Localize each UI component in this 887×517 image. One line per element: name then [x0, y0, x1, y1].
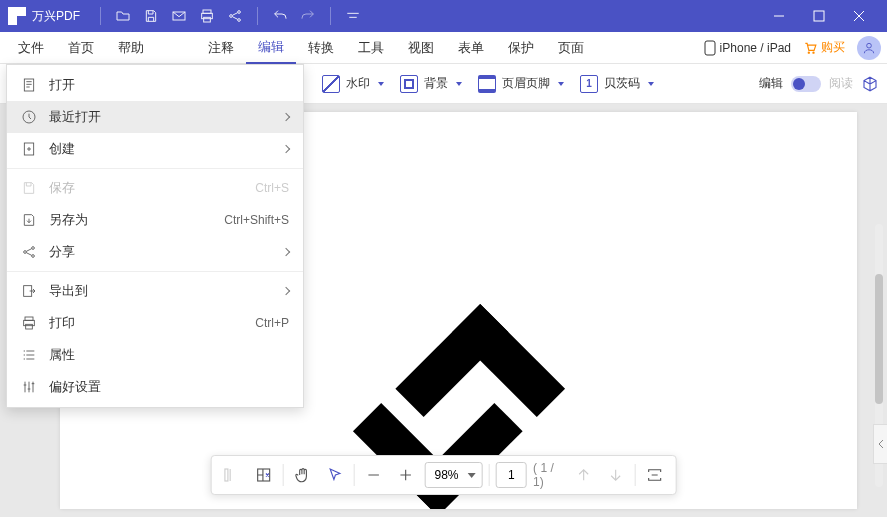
- menu-view[interactable]: 视图: [396, 33, 446, 63]
- svg-point-11: [867, 43, 872, 48]
- svg-point-15: [24, 251, 27, 254]
- background-icon: [400, 75, 418, 93]
- svg-point-10: [813, 52, 814, 53]
- redo-icon[interactable]: [294, 2, 322, 30]
- svg-point-4: [230, 15, 233, 18]
- mode-edit-label: 编辑: [759, 75, 783, 92]
- more-icon[interactable]: [339, 2, 367, 30]
- menu-save: 保存 Ctrl+S: [7, 172, 303, 204]
- menu-print[interactable]: 打印 Ctrl+P: [7, 307, 303, 339]
- svg-rect-12: [24, 79, 33, 91]
- chevron-down-icon: [468, 473, 476, 478]
- tool-headerfooter[interactable]: 页眉页脚: [472, 71, 570, 97]
- menu-saveas[interactable]: 另存为 Ctrl+Shift+S: [7, 204, 303, 236]
- app-logo: [8, 7, 26, 25]
- svg-point-9: [808, 52, 809, 53]
- zoom-in-icon[interactable]: [393, 461, 419, 489]
- zoom-select[interactable]: 98%: [425, 462, 483, 488]
- mail-icon[interactable]: [165, 2, 193, 30]
- chevron-down-icon: [558, 82, 564, 86]
- chevron-down-icon: [456, 82, 462, 86]
- svg-rect-19: [25, 317, 33, 320]
- mode-toggle[interactable]: [791, 76, 821, 92]
- menu-annotate[interactable]: 注释: [196, 33, 246, 63]
- menu-share[interactable]: 分享: [7, 236, 303, 268]
- menu-convert[interactable]: 转换: [296, 33, 346, 63]
- menu-properties[interactable]: 属性: [7, 339, 303, 371]
- chevron-right-icon: [282, 287, 290, 295]
- fit-width-icon[interactable]: [642, 461, 668, 489]
- svg-rect-22: [225, 469, 228, 481]
- zoom-out-icon[interactable]: [361, 461, 387, 489]
- iphone-link[interactable]: iPhone / iPad: [704, 40, 791, 56]
- clock-icon: [21, 109, 37, 125]
- scrollbar-thumb[interactable]: [875, 274, 883, 404]
- sidebar-toggle-icon[interactable]: [219, 461, 245, 489]
- zoom-value: 98%: [432, 468, 462, 482]
- menu-create[interactable]: 创建: [7, 133, 303, 165]
- thumbnail-icon[interactable]: [251, 461, 277, 489]
- headerfooter-icon: [478, 75, 496, 93]
- user-avatar[interactable]: [857, 36, 881, 60]
- svg-rect-21: [26, 324, 33, 329]
- print-icon: [21, 315, 37, 331]
- view-controls: 98% 1 ( 1 / 1): [210, 455, 677, 495]
- close-button[interactable]: [839, 0, 879, 32]
- menu-preferences[interactable]: 偏好设置: [7, 371, 303, 403]
- maximize-button[interactable]: [799, 0, 839, 32]
- page-count: ( 1 / 1): [533, 461, 565, 489]
- open-icon[interactable]: [109, 2, 137, 30]
- watermark-icon: [322, 75, 340, 93]
- share-icon[interactable]: [221, 2, 249, 30]
- svg-rect-8: [705, 41, 715, 55]
- tool-background[interactable]: 背景: [394, 71, 468, 97]
- buy-link[interactable]: 购买: [803, 39, 845, 56]
- file-dropdown: 打开 最近打开 创建 保存 Ctrl+S 另存为 Ctrl+Shift+S 分享…: [6, 64, 304, 408]
- bates-icon: 1: [580, 75, 598, 93]
- menu-help[interactable]: 帮助: [106, 33, 156, 63]
- hand-tool-icon[interactable]: [290, 461, 316, 489]
- menu-file[interactable]: 文件: [6, 33, 56, 63]
- sliders-icon: [21, 379, 37, 395]
- select-tool-icon[interactable]: [322, 461, 348, 489]
- title-bar: 万兴PDF: [0, 0, 887, 32]
- page-input[interactable]: 1: [495, 462, 527, 488]
- save-icon[interactable]: [137, 2, 165, 30]
- tool-watermark[interactable]: 水印: [316, 71, 390, 97]
- svg-point-6: [238, 19, 241, 22]
- chevron-right-icon: [282, 248, 290, 256]
- menu-open[interactable]: 打开: [7, 69, 303, 101]
- menu-edit[interactable]: 编辑: [246, 32, 296, 64]
- save-icon: [21, 180, 37, 196]
- tool-bates[interactable]: 1贝茨码: [574, 71, 660, 97]
- menu-recent[interactable]: 最近打开: [7, 101, 303, 133]
- svg-point-17: [32, 255, 35, 258]
- menu-protect[interactable]: 保护: [496, 33, 546, 63]
- share-icon: [21, 244, 37, 260]
- menu-export[interactable]: 导出到: [7, 275, 303, 307]
- undo-icon[interactable]: [266, 2, 294, 30]
- export-icon: [21, 283, 37, 299]
- svg-rect-3: [204, 17, 211, 22]
- prev-page-icon[interactable]: [571, 461, 597, 489]
- svg-point-16: [32, 247, 35, 250]
- print-icon[interactable]: [193, 2, 221, 30]
- chevron-down-icon: [378, 82, 384, 86]
- list-icon: [21, 347, 37, 363]
- saveas-icon: [21, 212, 37, 228]
- chevron-right-icon: [282, 145, 290, 153]
- menu-bar: 文件 首页 帮助 注释 编辑 转换 工具 视图 表单 保护 页面 iPhone …: [0, 32, 887, 64]
- menu-page[interactable]: 页面: [546, 33, 596, 63]
- plus-file-icon: [21, 141, 37, 157]
- chevron-down-icon: [648, 82, 654, 86]
- mode-read-label: 阅读: [829, 75, 853, 92]
- menu-tools[interactable]: 工具: [346, 33, 396, 63]
- minimize-button[interactable]: [759, 0, 799, 32]
- chevron-right-icon: [282, 113, 290, 121]
- svg-rect-7: [814, 11, 824, 21]
- menu-forms[interactable]: 表单: [446, 33, 496, 63]
- next-page-icon[interactable]: [603, 461, 629, 489]
- read-mode-icon[interactable]: [861, 75, 879, 93]
- side-panel-toggle[interactable]: [873, 424, 887, 464]
- menu-home[interactable]: 首页: [56, 33, 106, 63]
